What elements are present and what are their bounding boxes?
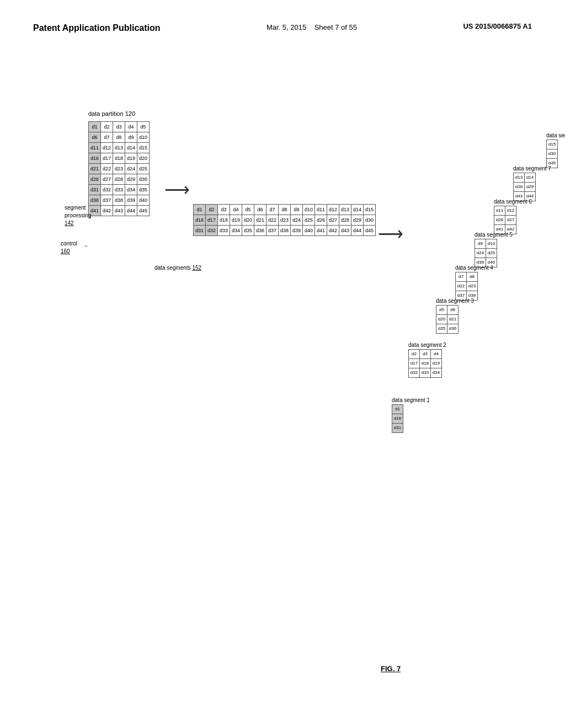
segment-3-table: d5d6 d20d21 d35d36 bbox=[436, 305, 459, 334]
fig-label: FIG. 7 bbox=[381, 665, 401, 673]
publication-info: Mar. 5, 2015 Sheet 7 of 55 bbox=[266, 22, 357, 34]
partition-table: d1d2d3d4d5 d6d7d8d9d10 d11d12d13d14d15 d… bbox=[88, 121, 150, 216]
arrow-2: ⟶ bbox=[378, 223, 403, 244]
segment-6-block: data segment 6 d11d12 d26d27 d41d42 bbox=[494, 199, 532, 234]
segment-2-block: data segment 2 d2d3d4 d17d18d19 d32d33d3… bbox=[408, 342, 446, 378]
segment-2-table: d2d3d4 d17d18d19 d32d33d34 bbox=[408, 349, 442, 378]
segment-2-label: data segment 2 bbox=[408, 342, 446, 348]
seg-proc-arrow: → bbox=[87, 214, 92, 220]
mid-table-container: d1 d2 d3 d4 d5 d6 d7 d8 d9 d10 d11 d12 d… bbox=[193, 204, 376, 236]
patent-number: US 2015/0066875 A1 bbox=[463, 22, 532, 30]
segment-3-block: data segment 3 d5d6 d20d21 d35d36 bbox=[436, 298, 474, 334]
segment-1-block: data segment 1 d1 d16 d31 bbox=[392, 397, 430, 433]
partition-label: data partition 120 bbox=[88, 110, 135, 117]
segment-8-block: data segment 8 d15 d30 d45 bbox=[546, 132, 565, 168]
segment-6-table: d11d12 d26d27 d41d42 bbox=[494, 206, 516, 234]
segment-1-label: data segment 1 bbox=[392, 397, 430, 403]
control-label: control 160 bbox=[61, 240, 77, 255]
segment-7-table: d13d14 d28d29 d43d44 bbox=[513, 173, 536, 201]
figure-area: data partition 120 d1d2d3d4d5 d6d7d8d9d1… bbox=[28, 77, 554, 684]
segment-1-table: d1 d16 d31 bbox=[392, 404, 403, 433]
segment-8-table: d15 d30 d45 bbox=[546, 140, 558, 168]
partition-grid: d1d2d3d4d5 d6d7d8d9d10 d11d12d13d14d15 d… bbox=[88, 121, 150, 216]
segment-5-block: data segment 5 d9d10 d24d25 d39d40 bbox=[475, 232, 513, 267]
segment-7-block: data segment 7 d13d14 d28d29 d43d44 bbox=[513, 165, 551, 201]
control-arrow: → bbox=[83, 243, 88, 249]
segment-5-table: d9d10 d24d25 d39d40 bbox=[475, 239, 497, 267]
data-segments-label: data segments 152 bbox=[154, 265, 201, 271]
publication-title: Patent Application Publication bbox=[33, 22, 161, 34]
segment-4-table: d7d8 d22d23 d37d38 bbox=[455, 272, 478, 301]
segment-7-label: data segment 7 bbox=[513, 165, 551, 172]
segment-8-label: data segment 8 bbox=[546, 132, 565, 138]
segment-4-block: data segment 4 d7d8 d22d23 d37d38 bbox=[455, 265, 493, 301]
mid-table: d1 d2 d3 d4 d5 d6 d7 d8 d9 d10 d11 d12 d… bbox=[193, 204, 376, 236]
arrow-1: ⟶ bbox=[164, 179, 190, 200]
page-header: Patent Application Publication Mar. 5, 2… bbox=[0, 22, 565, 34]
